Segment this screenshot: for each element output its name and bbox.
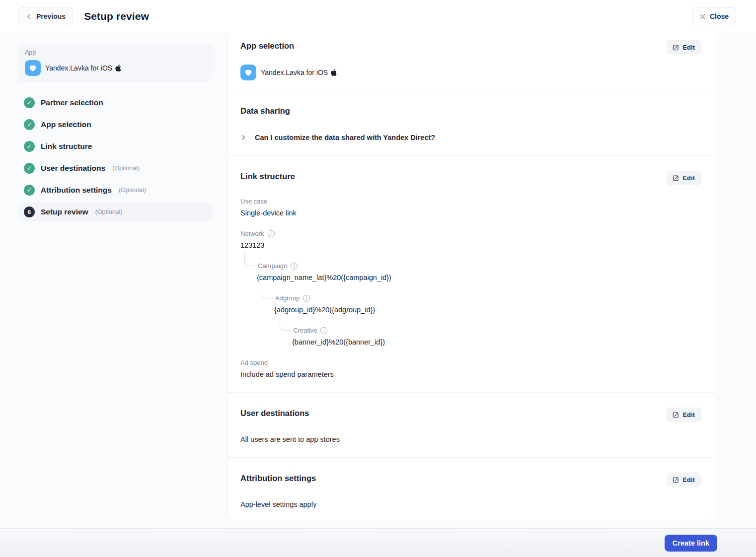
campaign-value: {campaign_name_lat}%20({campaign_id}) <box>257 274 701 281</box>
tree-connector <box>280 316 291 331</box>
edit-icon <box>673 44 679 51</box>
step-number-badge: 6 <box>24 207 35 217</box>
sidebar-item-app-selection[interactable]: ✓ App selection <box>18 115 213 134</box>
check-icon: ✓ <box>24 97 35 108</box>
edit-icon <box>673 175 679 181</box>
previous-button[interactable]: Previous <box>18 7 73 25</box>
sidebar-item-user-destinations[interactable]: ✓ User destinations (Optional) <box>18 159 213 178</box>
edit-icon <box>673 477 679 483</box>
ad-spend-field: Ad spend Include ad spend parameters <box>240 359 701 378</box>
app-name: Yandex.Lavka for iOS <box>45 64 121 72</box>
close-button[interactable]: Close <box>692 7 736 25</box>
section-app-selection: App selection Edit Yandex.Lavka for iOS <box>228 33 715 90</box>
app-name: Yandex.Lavka for iOS <box>261 69 337 76</box>
tree-node-adgroup: Adgroup i {adgroup_id}%20({adgroup_id}) <box>275 294 701 314</box>
section-title: Attribution settings <box>240 473 316 483</box>
info-icon[interactable]: i <box>268 230 275 237</box>
bottom-action-bar: Create link <box>0 528 756 557</box>
network-field: Network i 123123 <box>240 230 701 249</box>
app-card-label: App <box>25 49 206 56</box>
section-title: Link structure <box>240 171 295 181</box>
create-link-button[interactable]: Create link <box>665 535 717 552</box>
review-card: App selection Edit Yandex.Lavka for iOS <box>227 33 715 520</box>
section-data-sharing: Data sharing Can I customize the data sh… <box>228 90 715 156</box>
ad-spend-value: Include ad spend parameters <box>240 370 701 378</box>
tree-connector <box>244 252 255 266</box>
close-label: Close <box>710 12 729 20</box>
user-destinations-summary: All users are sent to app stores <box>240 435 701 443</box>
attribution-settings-summary: App-level settings apply <box>240 500 701 508</box>
check-icon: ✓ <box>24 141 35 152</box>
check-icon: ✓ <box>24 163 35 174</box>
top-bar: Previous Setup review Close <box>0 0 756 33</box>
data-sharing-faq-toggle[interactable]: Can I customize the data shared with Yan… <box>240 134 701 141</box>
edit-attribution-settings-button[interactable]: Edit <box>667 473 701 487</box>
sidebar-item-setup-review[interactable]: 6 Setup review (Optional) <box>18 203 213 221</box>
info-icon[interactable]: i <box>320 327 327 334</box>
apple-logo-icon <box>331 69 337 76</box>
close-icon <box>699 13 706 20</box>
section-user-destinations: User destinations Edit All users are sen… <box>228 393 715 458</box>
edit-icon <box>673 412 679 418</box>
edit-link-structure-button[interactable]: Edit <box>667 171 701 185</box>
network-value: 123123 <box>240 241 701 249</box>
info-icon[interactable]: i <box>291 263 298 270</box>
apple-logo-icon <box>115 65 121 71</box>
previous-label: Previous <box>36 12 66 20</box>
page-title: Setup review <box>84 10 149 22</box>
sidebar-item-attribution-settings[interactable]: ✓ Attribution settings (Optional) <box>18 181 213 200</box>
faq-question: Can I customize the data shared with Yan… <box>255 134 435 141</box>
chevron-left-icon <box>26 13 32 20</box>
edit-app-selection-button[interactable]: Edit <box>667 40 701 54</box>
section-attribution-settings: Attribution settings Edit App-level sett… <box>228 458 715 522</box>
lavka-app-icon <box>25 60 41 76</box>
section-title: Data sharing <box>240 105 290 116</box>
section-link-structure: Link structure Edit Use case Single-devi… <box>228 156 715 393</box>
check-icon: ✓ <box>24 119 35 130</box>
creative-value: {banner_id}%20({banner_id}) <box>292 338 701 346</box>
lavka-app-icon <box>240 65 256 80</box>
tree-connector <box>262 284 273 298</box>
section-title: User destinations <box>240 408 309 418</box>
tree-node-creative: Creative i {banner_id}%20({banner_id}) <box>293 327 701 346</box>
use-case-field: Use case Single-device link <box>240 198 701 217</box>
edit-user-destinations-button[interactable]: Edit <box>667 408 701 421</box>
tree-node-campaign: Campaign i {campaign_name_lat}%20({campa… <box>258 262 701 281</box>
check-icon: ✓ <box>24 185 35 196</box>
sidebar-item-link-structure[interactable]: ✓ Link structure <box>18 137 213 156</box>
chevron-right-icon <box>240 135 246 140</box>
section-title: App selection <box>240 40 294 51</box>
use-case-value: Single-device link <box>240 209 701 217</box>
wizard-steps: ✓ Partner selection ✓ App selection ✓ Li… <box>18 93 213 221</box>
info-icon[interactable]: i <box>303 295 310 302</box>
wizard-sidebar: App Yandex.Lavka for iOS ✓ Partner selec… <box>0 33 227 528</box>
adgroup-value: {adgroup_id}%20({adgroup_id}) <box>274 306 701 314</box>
selected-app-card: App Yandex.Lavka for iOS <box>18 44 213 82</box>
sidebar-item-partner-selection[interactable]: ✓ Partner selection <box>18 93 213 112</box>
